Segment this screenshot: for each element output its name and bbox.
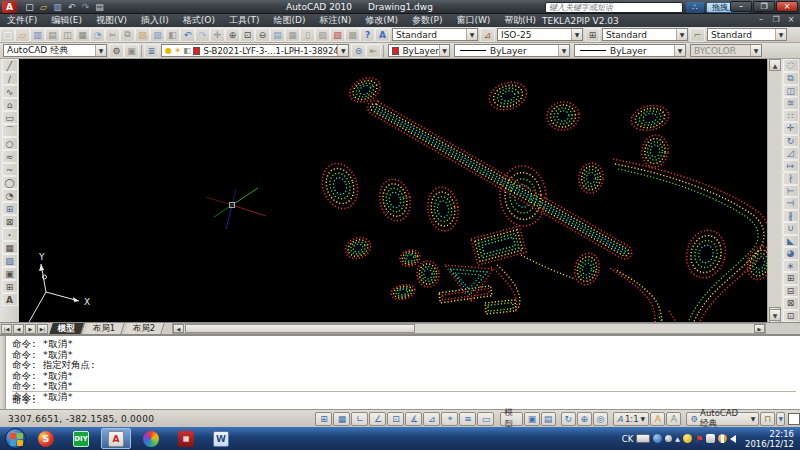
menu-item[interactable]: 参数(P)	[405, 14, 449, 27]
mtext-icon[interactable]: A	[2, 293, 18, 306]
polar-toggle[interactable]: ∠	[369, 412, 386, 426]
chevron-down-icon[interactable]: ▼	[674, 45, 685, 56]
scroll-up-icon[interactable]: ▲	[769, 59, 781, 71]
tab-layout2[interactable]: 布局2	[125, 323, 166, 334]
taskbar-autocad-app[interactable]: A	[101, 428, 131, 449]
chevron-down-icon[interactable]: ▼	[558, 45, 569, 56]
last-tab-icon[interactable]: ▶|	[37, 324, 48, 334]
workspace-switch-button[interactable]: ⚙ AutoCAD 经典 ▼	[686, 412, 759, 426]
prev-tab-icon[interactable]: ◀	[13, 324, 24, 334]
color-combo[interactable]: ByLayer▼	[388, 44, 450, 57]
taskbar-diy-app[interactable]: DIY	[66, 428, 96, 449]
table-style-combo[interactable]: Standard▼	[602, 28, 688, 41]
workspace-settings-icon[interactable]: ⚙	[109, 44, 124, 58]
make-layer-current-icon[interactable]: ⊜	[351, 44, 366, 58]
rectangle-icon[interactable]: ▭	[2, 111, 18, 124]
taskbar-sogou-app[interactable]: S	[31, 428, 61, 449]
new-icon[interactable]: ▢	[0, 28, 15, 42]
web-icon[interactable]: ◔	[90, 28, 105, 42]
snap-toggle[interactable]: ⊞	[315, 412, 332, 426]
draworder-back-icon[interactable]: ⊟	[783, 285, 799, 298]
next-tab-icon[interactable]: ▶	[25, 324, 36, 334]
volume-icon[interactable]	[730, 435, 736, 443]
zoom-icon[interactable]: ⊕	[577, 412, 592, 426]
tray-yellow-icon[interactable]	[683, 434, 692, 443]
arc-icon[interactable]: ⌒	[2, 124, 18, 137]
save-icon[interactable]: ▥	[51, 1, 64, 13]
chevron-down-icon[interactable]: ▼	[571, 29, 582, 40]
ortho-toggle[interactable]: ∟	[351, 412, 368, 426]
paste-icon[interactable]: ▨	[135, 28, 150, 42]
move-icon[interactable]: ✛	[783, 122, 799, 135]
redo-icon[interactable]: ↷	[79, 1, 92, 13]
taskbar-word-app[interactable]: W	[206, 428, 236, 449]
save-icon[interactable]: ▥	[30, 28, 45, 42]
erase-icon[interactable]: ◌	[783, 59, 799, 72]
plot-icon[interactable]: ▤	[93, 1, 106, 13]
layer-freeze-icon[interactable]: ☀	[174, 46, 181, 55]
tool-palettes-icon[interactable]: ▯	[300, 28, 315, 42]
steeringwheel-icon[interactable]: ◎	[593, 412, 608, 426]
spline-icon[interactable]: ~	[2, 163, 18, 176]
text-style-icon[interactable]: A	[375, 28, 390, 42]
trim-icon[interactable]: ∤	[783, 172, 799, 185]
clock[interactable]: 22:16 2016/12/12	[745, 429, 794, 449]
cut-icon[interactable]: ✂	[105, 28, 120, 42]
security-flag-icon[interactable]: ⚑	[695, 434, 703, 444]
tray-white-icon[interactable]	[706, 434, 715, 443]
workspace-save-icon[interactable]: ▣	[124, 44, 139, 58]
doc-minimize-button[interactable]: –	[755, 15, 767, 24]
scroll-left-icon[interactable]: ◀	[173, 324, 184, 333]
restore-button[interactable]: ❐	[753, 1, 775, 12]
chevron-down-icon[interactable]: ▼	[466, 29, 477, 40]
taskbar-pinwheel-app[interactable]	[136, 428, 166, 449]
layer-color-chip[interactable]	[193, 47, 201, 55]
block-editor-icon[interactable]: ◧	[165, 28, 180, 42]
lineweight-combo[interactable]: ByLayer▼	[574, 44, 686, 57]
dyn-toggle[interactable]: ⌖	[441, 412, 458, 426]
menu-item[interactable]: 标注(N)	[312, 14, 358, 27]
layer-previous-icon[interactable]: ⇤	[366, 44, 381, 58]
help-icon[interactable]: ?	[360, 28, 375, 42]
command-window[interactable]: 命令: *取消*命令: *取消*命令: 指定对角点:命令: *取消*命令: *取…	[0, 334, 800, 409]
new-icon[interactable]: ▢	[23, 1, 36, 13]
point-icon[interactable]: ·	[2, 228, 18, 241]
designcenter-icon[interactable]: ▦	[285, 28, 300, 42]
autoscale-icon[interactable]: A	[666, 412, 681, 426]
tray-expand-icon[interactable]: ▲	[675, 435, 680, 442]
join-icon[interactable]: ∪	[783, 222, 799, 235]
menu-item[interactable]: 编辑(E)	[44, 14, 89, 27]
region-icon[interactable]: ▣	[2, 267, 18, 280]
tab-layout1[interactable]: 布局1	[84, 323, 125, 334]
text-style-combo[interactable]: Standard▼	[392, 28, 478, 41]
open-icon[interactable]: ▱	[37, 1, 50, 13]
model-space-drawing[interactable]: YXZ	[19, 59, 767, 322]
make-block-icon[interactable]: ⊠	[2, 215, 18, 228]
chevron-down-icon[interactable]: ▼	[775, 29, 786, 40]
table-icon[interactable]: ⊞	[2, 280, 18, 293]
keyboard-icon[interactable]	[636, 434, 650, 443]
command-window-grip[interactable]	[0, 336, 6, 411]
zoom-previous-icon[interactable]: ⊖	[255, 28, 270, 42]
layer-lock-icon[interactable]: ◧	[183, 46, 191, 55]
chevron-down-icon[interactable]: ▼	[676, 29, 687, 40]
open-icon[interactable]: ▱	[15, 28, 30, 42]
osnap-toggle[interactable]: ⊡	[387, 412, 404, 426]
scale-icon[interactable]: ◿	[783, 147, 799, 160]
rotate-icon[interactable]: ↻	[783, 135, 799, 148]
plugin-menu-item[interactable]: TEKLA2PIP V2.03	[534, 16, 627, 26]
tray-misc-icon[interactable]	[665, 435, 672, 442]
autocad-logo-icon[interactable]: A	[2, 1, 17, 13]
menu-item[interactable]: 绘图(D)	[266, 14, 312, 27]
copy-icon[interactable]: ⧉	[783, 72, 799, 85]
undo-icon[interactable]: ↶	[180, 28, 195, 42]
gradient-icon[interactable]: ▨	[2, 254, 18, 267]
annotation-visibility-icon[interactable]: A	[650, 412, 665, 426]
offset-icon[interactable]: ≋	[783, 97, 799, 110]
break-at-point-icon[interactable]: ⊣	[783, 197, 799, 210]
scroll-right-icon[interactable]: ▶	[754, 324, 765, 333]
first-tab-icon[interactable]: |◀	[1, 324, 12, 334]
menu-item[interactable]: 格式(O)	[176, 14, 222, 27]
break-icon[interactable]: ∦	[783, 210, 799, 223]
chevron-down-icon[interactable]: ▼	[95, 45, 106, 56]
